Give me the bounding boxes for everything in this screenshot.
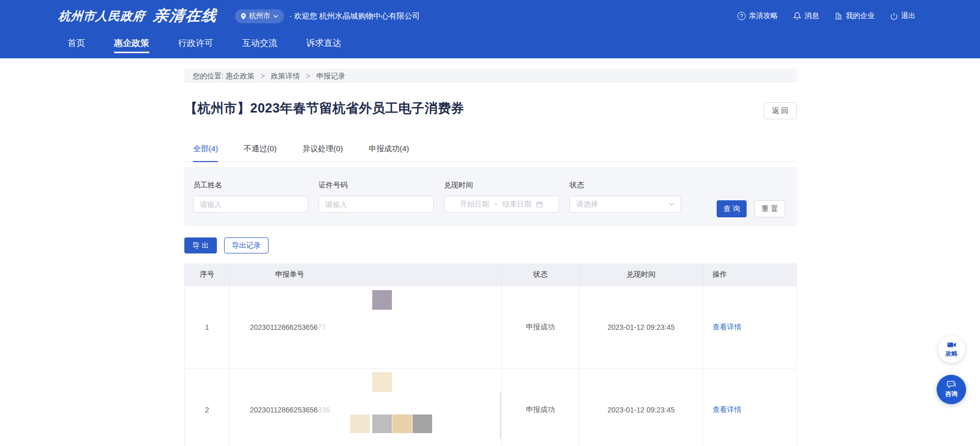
- application-number: 20230112866253656: [250, 323, 318, 331]
- row1-status-cell: 申报成功: [502, 286, 579, 369]
- redacted-patch: [372, 372, 392, 392]
- employee-name-field: 员工姓名: [193, 181, 308, 213]
- id-number-field: 证件号码: [319, 181, 434, 213]
- nav-item-appeals[interactable]: 诉求直达: [306, 37, 341, 53]
- nav-item-administrative-permits[interactable]: 行政许可: [178, 37, 213, 53]
- search-button[interactable]: 查 询: [717, 200, 747, 217]
- consult-fab-label: 咨询: [945, 390, 958, 399]
- page-title: 【杭州市】2023年春节留杭省外员工电子消费券: [184, 100, 464, 117]
- status-select[interactable]: 请选择: [570, 196, 681, 213]
- row2-action-cell: 查看详情: [703, 369, 797, 446]
- filter-panel: 员工姓名 证件号码 兑现时间 开始日期 ~ 结束日期 状态 请选择 查 询 重 …: [184, 167, 797, 226]
- breadcrumb-item-policies[interactable]: 惠企政策: [226, 72, 255, 80]
- col-header-status: 状态: [502, 263, 579, 286]
- row1-action-cell: 查看详情: [703, 286, 797, 369]
- start-date-placeholder: 开始日期: [460, 200, 489, 209]
- date-range-separator: ~: [494, 200, 498, 209]
- tab-dispute[interactable]: 异议处理(0): [303, 143, 343, 162]
- application-number: 20230112866253656: [250, 406, 318, 414]
- date-range-picker[interactable]: 开始日期 ~ 结束日期: [444, 196, 559, 213]
- building-icon: [834, 12, 843, 20]
- calendar-icon: [536, 201, 543, 208]
- redacted-patch: [350, 415, 370, 433]
- row2-redeem-time-cell: 2023-01-12 09:23:45: [579, 369, 703, 446]
- row2-status-cell: 申报成功: [502, 369, 579, 446]
- nav-item-interaction[interactable]: 互动交流: [242, 37, 277, 53]
- header-top-row: 杭州市人民政府 亲清在线 杭州市 · 欢迎您 杭州水晶城购物中心有限公司 ? 亲…: [0, 0, 980, 32]
- col-header-index: 序号: [184, 263, 230, 286]
- id-number-label: 证件号码: [319, 181, 434, 190]
- power-icon: [890, 12, 898, 20]
- logout-link[interactable]: 退出: [890, 11, 915, 21]
- guide-link-label: 亲清攻略: [749, 11, 778, 21]
- location-pin-icon: [241, 13, 246, 20]
- guide-fab-label: 攻略: [945, 349, 958, 358]
- portal-logo: 亲清在线: [152, 6, 218, 26]
- tab-success[interactable]: 申报成功(4): [369, 143, 409, 162]
- consult-fab[interactable]: 咨询: [937, 375, 966, 404]
- row2-application-no-cell: 20230112866253656336: [230, 369, 502, 446]
- my-enterprise-link-label: 我的企业: [846, 11, 875, 21]
- back-button[interactable]: 返 回: [764, 102, 797, 119]
- nav-item-home[interactable]: 首页: [68, 37, 85, 53]
- guide-fab[interactable]: 攻略: [938, 336, 965, 363]
- breadcrumb: 您的位置: 惠企政策 > 政策详情 > 申报记录: [184, 69, 797, 83]
- col-header-application-no: 申报单号: [230, 263, 502, 286]
- redacted-patch: [372, 415, 392, 433]
- id-number-input[interactable]: [319, 196, 434, 213]
- chevron-down-icon: [669, 202, 674, 206]
- question-circle-icon: ?: [737, 12, 746, 20]
- end-date-placeholder: 结束日期: [502, 200, 531, 209]
- chat-bubble-icon: [947, 380, 956, 389]
- view-detail-link[interactable]: 查看详情: [713, 405, 741, 415]
- redeem-time-label: 兑现时间: [444, 181, 559, 190]
- redacted-patch: [372, 290, 392, 310]
- chevron-down-icon: [273, 14, 278, 18]
- application-number-faded: 336: [318, 406, 329, 414]
- application-number-faded: 77: [318, 323, 326, 331]
- row2-index-cell: 2: [184, 369, 230, 446]
- top-header: 杭州市人民政府 亲清在线 杭州市 · 欢迎您 杭州水晶城购物中心有限公司 ? 亲…: [0, 0, 980, 58]
- header-links: ? 亲清攻略 消息 我的企业 退出: [737, 11, 915, 21]
- content-container: 您的位置: 惠企政策 > 政策详情 > 申报记录 【杭州市】2023年春节留杭省…: [184, 58, 797, 446]
- export-records-button[interactable]: 导出记录: [224, 237, 268, 253]
- government-logo: 杭州市人民政府: [58, 8, 146, 24]
- redacted-smudge: [500, 392, 501, 439]
- employee-name-input[interactable]: [193, 196, 308, 213]
- nav-item-policies[interactable]: 惠企政策: [114, 37, 149, 53]
- col-header-redeem-time: 兑现时间: [579, 263, 703, 286]
- row1-index-cell: 1: [184, 286, 230, 369]
- status-field: 状态 请选择: [570, 181, 681, 213]
- tab-all[interactable]: 全部(4): [193, 143, 218, 162]
- bell-icon: [793, 12, 801, 20]
- location-selector[interactable]: 杭州市: [235, 9, 284, 23]
- status-select-placeholder: 请选择: [576, 200, 598, 209]
- row1-redeem-time-cell: 2023-01-12 09:23:45: [579, 286, 703, 369]
- row1-application-no-cell: 2023011286625365677: [230, 286, 502, 369]
- tab-rejected[interactable]: 不通过(0): [244, 143, 276, 162]
- breadcrumb-separator: >: [306, 72, 310, 80]
- export-button[interactable]: 导 出: [184, 237, 217, 253]
- breadcrumb-prefix: 您的位置:: [193, 72, 224, 80]
- view-detail-link[interactable]: 查看详情: [713, 323, 741, 332]
- main-nav: 首页 惠企政策 行政许可 互动交流 诉求直达: [0, 32, 980, 58]
- messages-link-label: 消息: [804, 11, 819, 21]
- status-tabs: 全部(4) 不通过(0) 异议处理(0) 申报成功(4): [184, 143, 797, 162]
- logout-link-label: 退出: [901, 11, 915, 21]
- my-enterprise-link[interactable]: 我的企业: [834, 11, 875, 21]
- col-header-action: 操作: [703, 263, 797, 286]
- video-camera-icon: [947, 341, 956, 348]
- reset-button[interactable]: 重 置: [754, 200, 785, 217]
- breadcrumb-separator: >: [261, 72, 265, 80]
- breadcrumb-item-current: 申报记录: [317, 72, 345, 80]
- location-label: 杭州市: [249, 11, 271, 21]
- redacted-patch: [392, 415, 412, 433]
- guide-link[interactable]: ? 亲清攻略: [737, 11, 778, 21]
- redeem-time-field: 兑现时间 开始日期 ~ 结束日期: [444, 181, 559, 213]
- employee-name-label: 员工姓名: [193, 181, 308, 190]
- status-label: 状态: [570, 181, 681, 190]
- welcome-text: · 欢迎您 杭州水晶城购物中心有限公司: [289, 11, 420, 21]
- breadcrumb-item-policy-detail[interactable]: 政策详情: [271, 72, 300, 80]
- messages-link[interactable]: 消息: [793, 11, 819, 21]
- records-table: 序号 申报单号 状态 兑现时间 操作 1 2023011286625365677…: [184, 263, 797, 446]
